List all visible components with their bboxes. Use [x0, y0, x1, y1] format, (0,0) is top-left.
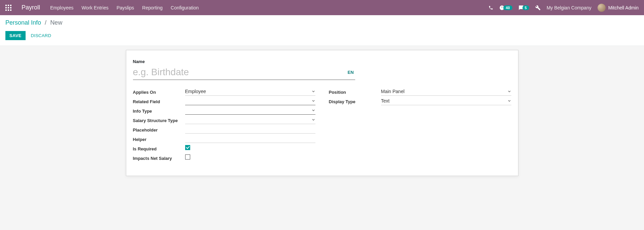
- activities-icon[interactable]: 40: [499, 5, 512, 10]
- field-helper[interactable]: [185, 135, 315, 143]
- field-is-required[interactable]: [185, 145, 190, 150]
- label-display-type: Display Type: [329, 98, 381, 104]
- discuss-icon[interactable]: 5: [518, 5, 529, 10]
- breadcrumb-sep: /: [45, 19, 46, 26]
- breadcrumb: Personal Info / New: [5, 19, 639, 26]
- form-sheet: Name EN Applies On Related Field: [126, 50, 518, 176]
- app-brand[interactable]: Payroll: [22, 4, 40, 11]
- name-input[interactable]: [133, 65, 355, 80]
- menu-configuration[interactable]: Configuration: [171, 5, 199, 10]
- field-applies-on[interactable]: [185, 87, 315, 96]
- label-info-type: Info Type: [133, 107, 185, 114]
- label-position: Position: [329, 88, 381, 95]
- form-grid: Applies On Related Field Info: [133, 87, 511, 162]
- svg-rect-1: [8, 5, 9, 6]
- menu-payslips[interactable]: Payslips: [116, 5, 134, 10]
- field-position[interactable]: [381, 87, 511, 96]
- row-helper: Helper: [133, 134, 315, 143]
- user-name: Mitchell Admin: [608, 5, 639, 10]
- svg-rect-8: [10, 9, 11, 11]
- col-right: Position Display Type: [329, 87, 511, 162]
- svg-rect-0: [5, 5, 7, 6]
- sheet-container: Name EN Applies On Related Field: [0, 46, 644, 180]
- row-applies-on: Applies On: [133, 87, 315, 96]
- svg-rect-5: [10, 7, 11, 8]
- svg-rect-7: [8, 9, 9, 11]
- main-menu: Employees Work Entries Payslips Reportin…: [50, 5, 488, 10]
- label-related-field: Related Field: [133, 98, 185, 104]
- svg-rect-4: [8, 7, 9, 8]
- menu-work-entries[interactable]: Work Entries: [81, 5, 108, 10]
- field-related-field[interactable]: [185, 97, 315, 105]
- avatar: [598, 4, 606, 12]
- discard-button[interactable]: DISCARD: [27, 31, 56, 40]
- control-panel: Personal Info / New SAVE DISCARD: [0, 15, 644, 46]
- discuss-badge: 5: [522, 5, 529, 10]
- label-placeholder: Placeholder: [133, 126, 185, 133]
- label-salary-struct: Salary Structure Type: [133, 117, 185, 123]
- row-info-type: Info Type: [133, 106, 315, 115]
- label-is-required: Is Required: [133, 145, 185, 151]
- row-placeholder: Placeholder: [133, 124, 315, 134]
- row-impacts-net: Impacts Net Salary: [133, 153, 315, 162]
- menu-employees[interactable]: Employees: [50, 5, 73, 10]
- row-is-required: Is Required: [133, 143, 315, 153]
- apps-icon[interactable]: [5, 5, 11, 11]
- breadcrumb-current: New: [50, 19, 62, 26]
- phone-icon[interactable]: [488, 5, 493, 10]
- row-related-field: Related Field: [133, 96, 315, 106]
- row-position: Position: [329, 87, 511, 96]
- nav-right: 40 5 My Belgian Company Mitchell Admin: [488, 4, 639, 12]
- lang-toggle[interactable]: EN: [348, 70, 354, 75]
- field-display-type[interactable]: [381, 97, 511, 105]
- top-navbar: Payroll Employees Work Entries Payslips …: [0, 0, 644, 15]
- label-impacts-net: Impacts Net Salary: [133, 154, 185, 161]
- svg-rect-3: [5, 7, 7, 8]
- row-salary-struct: Salary Structure Type: [133, 115, 315, 124]
- activities-badge: 40: [503, 5, 512, 10]
- debug-icon[interactable]: [535, 5, 541, 10]
- name-group: Name EN: [133, 59, 511, 80]
- label-applies-on: Applies On: [133, 88, 185, 95]
- label-helper: Helper: [133, 136, 185, 142]
- field-salary-struct[interactable]: [185, 116, 315, 124]
- menu-reporting[interactable]: Reporting: [142, 5, 163, 10]
- field-impacts-net[interactable]: [185, 154, 190, 160]
- svg-rect-2: [10, 5, 11, 6]
- action-buttons: SAVE DISCARD: [5, 31, 639, 40]
- save-button[interactable]: SAVE: [5, 31, 26, 40]
- row-display-type: Display Type: [329, 96, 511, 106]
- field-placeholder[interactable]: [185, 125, 315, 134]
- field-info-type[interactable]: [185, 106, 315, 115]
- name-label: Name: [133, 59, 511, 64]
- col-left: Applies On Related Field Info: [133, 87, 315, 162]
- breadcrumb-parent[interactable]: Personal Info: [5, 19, 41, 26]
- user-menu[interactable]: Mitchell Admin: [598, 4, 639, 12]
- svg-rect-6: [5, 9, 7, 11]
- company-name[interactable]: My Belgian Company: [547, 5, 591, 10]
